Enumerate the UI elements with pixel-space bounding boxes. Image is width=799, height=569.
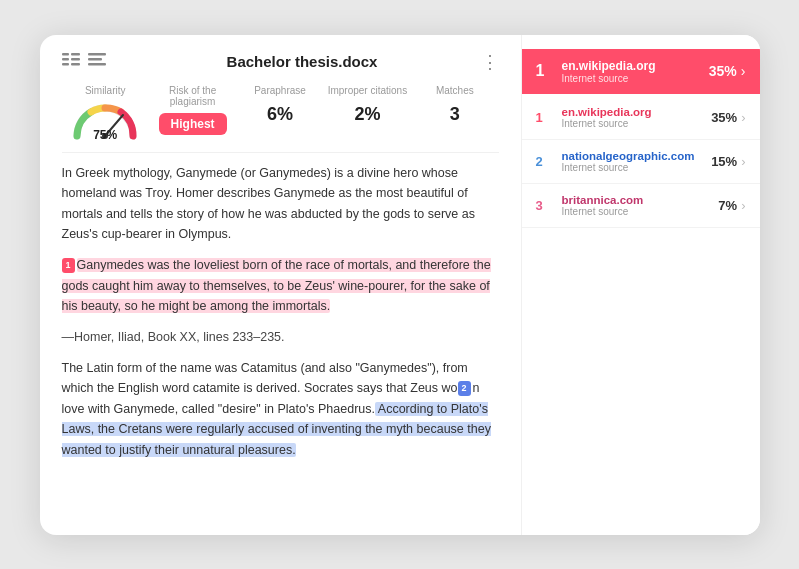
source-list: 1 en.wikipedia.org Internet source 35% ›… bbox=[522, 96, 760, 228]
source-url-2: nationalgeographic.com bbox=[562, 150, 712, 162]
main-window: Bachelor thesis.docx ⋮ Similarity bbox=[40, 35, 760, 535]
latin-text-1: The Latin form of the name was Catamitus… bbox=[62, 361, 468, 396]
ref-badge-blue: 2 bbox=[458, 381, 471, 396]
svg-rect-0 bbox=[62, 53, 69, 56]
gauge: 75% bbox=[69, 100, 141, 142]
top-source-num: 1 bbox=[536, 62, 552, 80]
top-source-url: en.wikipedia.org bbox=[562, 59, 701, 73]
similarity-value: 75% bbox=[93, 128, 117, 142]
svg-rect-5 bbox=[71, 63, 80, 66]
source-item-1[interactable]: 1 en.wikipedia.org Internet source 35% › bbox=[522, 96, 760, 140]
source-item-3[interactable]: 3 britannica.com Internet source 7% › bbox=[522, 184, 760, 228]
doc-icon-group bbox=[62, 53, 106, 71]
source-type-3: Internet source bbox=[562, 206, 719, 217]
improper-label: Improper citations bbox=[328, 85, 407, 96]
svg-rect-2 bbox=[62, 63, 69, 66]
top-source-info: en.wikipedia.org Internet source bbox=[562, 59, 701, 84]
doc-title: Bachelor thesis.docx bbox=[106, 53, 499, 70]
citation-line: —Homer, Iliad, Book XX, lines 233–235. bbox=[62, 327, 499, 348]
source-type-1: Internet source bbox=[562, 118, 712, 129]
svg-rect-1 bbox=[62, 58, 69, 61]
source-type-2: Internet source bbox=[562, 162, 712, 173]
svg-rect-3 bbox=[71, 53, 80, 56]
similarity-metric: Similarity bbox=[62, 85, 149, 142]
right-panel: 1 en.wikipedia.org Internet source 35% ›… bbox=[522, 35, 760, 535]
svg-rect-4 bbox=[71, 58, 80, 61]
lines-icon[interactable] bbox=[88, 53, 106, 71]
risk-badge: Highest bbox=[159, 113, 227, 135]
source-item-2[interactable]: 2 nationalgeographic.com Internet source… bbox=[522, 140, 760, 184]
source-pct-3: 7% bbox=[718, 198, 737, 213]
improper-metric: Improper citations 2% bbox=[324, 85, 411, 125]
intro-paragraph: In Greek mythology, Ganymede (or Ganymed… bbox=[62, 163, 499, 246]
latin-paragraph: The Latin form of the name was Catamitus… bbox=[62, 358, 499, 461]
source-pct-1: 35% bbox=[711, 110, 737, 125]
source-num-2: 2 bbox=[536, 154, 554, 169]
source-num-1: 1 bbox=[536, 110, 554, 125]
more-icon[interactable]: ⋮ bbox=[481, 51, 499, 73]
quote-highlight: Ganymedes was the loveliest born of the … bbox=[62, 258, 491, 313]
top-source-pct: 35% bbox=[709, 63, 737, 79]
paraphrase-metric: Paraphrase 6% bbox=[236, 85, 323, 125]
grid-icon[interactable] bbox=[62, 53, 80, 71]
source-chev-3: › bbox=[741, 198, 745, 213]
source-info-3: britannica.com Internet source bbox=[562, 194, 719, 217]
source-pct-2: 15% bbox=[711, 154, 737, 169]
matches-label: Matches bbox=[436, 85, 474, 96]
risk-metric: Risk of the plagiarism Highest bbox=[149, 85, 236, 135]
svg-rect-6 bbox=[88, 53, 106, 56]
svg-rect-7 bbox=[88, 58, 102, 61]
top-source-type: Internet source bbox=[562, 73, 701, 84]
source-info-1: en.wikipedia.org Internet source bbox=[562, 106, 712, 129]
risk-label: Risk of the plagiarism bbox=[149, 85, 236, 107]
source-url-1: en.wikipedia.org bbox=[562, 106, 712, 118]
ref-badge-1: 1 bbox=[62, 258, 75, 273]
matches-metric: Matches 3 bbox=[411, 85, 498, 125]
doc-body: In Greek mythology, Ganymede (or Ganymed… bbox=[62, 163, 499, 461]
source-chev-1: › bbox=[741, 110, 745, 125]
metrics-row: Similarity bbox=[62, 85, 499, 153]
doc-header: Bachelor thesis.docx ⋮ bbox=[62, 53, 499, 71]
left-panel: Bachelor thesis.docx ⋮ Similarity bbox=[40, 35, 522, 535]
paraphrase-label: Paraphrase bbox=[254, 85, 306, 96]
source-url-3: britannica.com bbox=[562, 194, 719, 206]
source-info-2: nationalgeographic.com Internet source bbox=[562, 150, 712, 173]
source-num-3: 3 bbox=[536, 198, 554, 213]
quote-paragraph: 1Ganymedes was the loveliest born of the… bbox=[62, 255, 499, 317]
similarity-label: Similarity bbox=[85, 85, 126, 96]
svg-rect-8 bbox=[88, 63, 106, 66]
top-chevron-icon: › bbox=[741, 63, 746, 79]
top-source[interactable]: 1 en.wikipedia.org Internet source 35% › bbox=[522, 49, 760, 94]
source-chev-2: › bbox=[741, 154, 745, 169]
paraphrase-value: 6% bbox=[267, 104, 293, 125]
improper-value: 2% bbox=[354, 104, 380, 125]
matches-value: 3 bbox=[450, 104, 460, 125]
